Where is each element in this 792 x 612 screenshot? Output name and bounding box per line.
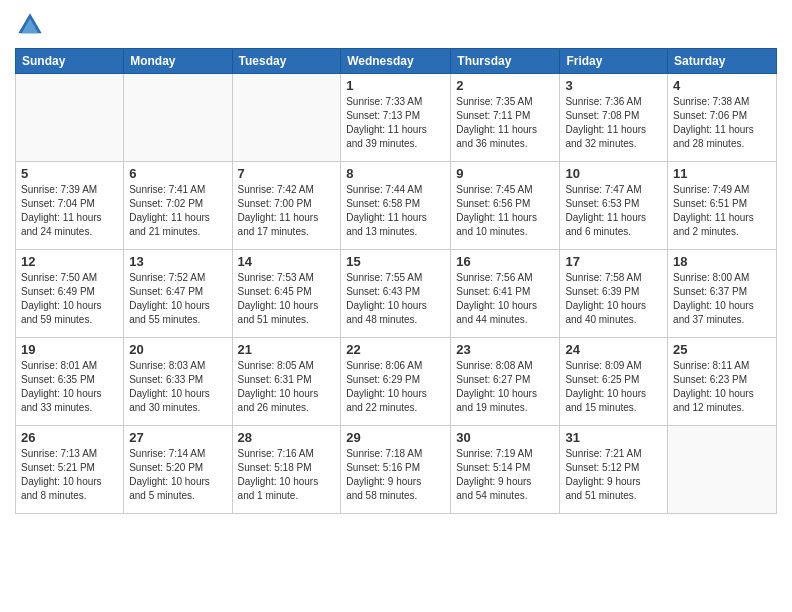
day-number: 17: [565, 254, 662, 269]
day-info: Sunrise: 7:38 AM Sunset: 7:06 PM Dayligh…: [673, 95, 771, 151]
day-cell: 10Sunrise: 7:47 AM Sunset: 6:53 PM Dayli…: [560, 162, 668, 250]
day-info: Sunrise: 8:11 AM Sunset: 6:23 PM Dayligh…: [673, 359, 771, 415]
logo-icon: [15, 10, 45, 40]
day-info: Sunrise: 7:45 AM Sunset: 6:56 PM Dayligh…: [456, 183, 554, 239]
day-info: Sunrise: 8:06 AM Sunset: 6:29 PM Dayligh…: [346, 359, 445, 415]
day-cell: [232, 74, 341, 162]
day-info: Sunrise: 8:09 AM Sunset: 6:25 PM Dayligh…: [565, 359, 662, 415]
day-cell: 3Sunrise: 7:36 AM Sunset: 7:08 PM Daylig…: [560, 74, 668, 162]
week-row-3: 12Sunrise: 7:50 AM Sunset: 6:49 PM Dayli…: [16, 250, 777, 338]
day-info: Sunrise: 7:16 AM Sunset: 5:18 PM Dayligh…: [238, 447, 336, 503]
day-info: Sunrise: 7:56 AM Sunset: 6:41 PM Dayligh…: [456, 271, 554, 327]
day-number: 1: [346, 78, 445, 93]
weekday-header-thursday: Thursday: [451, 49, 560, 74]
day-cell: [124, 74, 232, 162]
day-cell: 25Sunrise: 8:11 AM Sunset: 6:23 PM Dayli…: [668, 338, 777, 426]
day-number: 13: [129, 254, 226, 269]
day-cell: 13Sunrise: 7:52 AM Sunset: 6:47 PM Dayli…: [124, 250, 232, 338]
day-number: 4: [673, 78, 771, 93]
day-info: Sunrise: 7:47 AM Sunset: 6:53 PM Dayligh…: [565, 183, 662, 239]
header: [15, 10, 777, 40]
day-cell: 7Sunrise: 7:42 AM Sunset: 7:00 PM Daylig…: [232, 162, 341, 250]
day-cell: 29Sunrise: 7:18 AM Sunset: 5:16 PM Dayli…: [341, 426, 451, 514]
day-number: 11: [673, 166, 771, 181]
day-number: 8: [346, 166, 445, 181]
day-info: Sunrise: 7:13 AM Sunset: 5:21 PM Dayligh…: [21, 447, 118, 503]
day-cell: [16, 74, 124, 162]
day-info: Sunrise: 8:05 AM Sunset: 6:31 PM Dayligh…: [238, 359, 336, 415]
day-info: Sunrise: 8:03 AM Sunset: 6:33 PM Dayligh…: [129, 359, 226, 415]
weekday-header-row: SundayMondayTuesdayWednesdayThursdayFrid…: [16, 49, 777, 74]
day-cell: 9Sunrise: 7:45 AM Sunset: 6:56 PM Daylig…: [451, 162, 560, 250]
weekday-header-wednesday: Wednesday: [341, 49, 451, 74]
day-cell: 20Sunrise: 8:03 AM Sunset: 6:33 PM Dayli…: [124, 338, 232, 426]
day-info: Sunrise: 7:14 AM Sunset: 5:20 PM Dayligh…: [129, 447, 226, 503]
day-number: 10: [565, 166, 662, 181]
day-cell: 31Sunrise: 7:21 AM Sunset: 5:12 PM Dayli…: [560, 426, 668, 514]
day-info: Sunrise: 7:53 AM Sunset: 6:45 PM Dayligh…: [238, 271, 336, 327]
day-cell: 12Sunrise: 7:50 AM Sunset: 6:49 PM Dayli…: [16, 250, 124, 338]
day-info: Sunrise: 7:33 AM Sunset: 7:13 PM Dayligh…: [346, 95, 445, 151]
day-number: 19: [21, 342, 118, 357]
day-number: 31: [565, 430, 662, 445]
day-cell: 14Sunrise: 7:53 AM Sunset: 6:45 PM Dayli…: [232, 250, 341, 338]
week-row-4: 19Sunrise: 8:01 AM Sunset: 6:35 PM Dayli…: [16, 338, 777, 426]
day-info: Sunrise: 7:52 AM Sunset: 6:47 PM Dayligh…: [129, 271, 226, 327]
day-info: Sunrise: 7:42 AM Sunset: 7:00 PM Dayligh…: [238, 183, 336, 239]
day-info: Sunrise: 7:36 AM Sunset: 7:08 PM Dayligh…: [565, 95, 662, 151]
weekday-header-monday: Monday: [124, 49, 232, 74]
day-info: Sunrise: 7:44 AM Sunset: 6:58 PM Dayligh…: [346, 183, 445, 239]
day-info: Sunrise: 8:01 AM Sunset: 6:35 PM Dayligh…: [21, 359, 118, 415]
day-number: 5: [21, 166, 118, 181]
day-cell: [668, 426, 777, 514]
weekday-header-saturday: Saturday: [668, 49, 777, 74]
day-info: Sunrise: 7:18 AM Sunset: 5:16 PM Dayligh…: [346, 447, 445, 503]
day-number: 22: [346, 342, 445, 357]
day-number: 23: [456, 342, 554, 357]
main-container: SundayMondayTuesdayWednesdayThursdayFrid…: [0, 0, 792, 612]
day-cell: 6Sunrise: 7:41 AM Sunset: 7:02 PM Daylig…: [124, 162, 232, 250]
day-info: Sunrise: 7:35 AM Sunset: 7:11 PM Dayligh…: [456, 95, 554, 151]
day-cell: 30Sunrise: 7:19 AM Sunset: 5:14 PM Dayli…: [451, 426, 560, 514]
day-cell: 27Sunrise: 7:14 AM Sunset: 5:20 PM Dayli…: [124, 426, 232, 514]
week-row-5: 26Sunrise: 7:13 AM Sunset: 5:21 PM Dayli…: [16, 426, 777, 514]
day-number: 26: [21, 430, 118, 445]
day-number: 15: [346, 254, 445, 269]
day-number: 9: [456, 166, 554, 181]
day-number: 6: [129, 166, 226, 181]
day-cell: 23Sunrise: 8:08 AM Sunset: 6:27 PM Dayli…: [451, 338, 560, 426]
day-cell: 16Sunrise: 7:56 AM Sunset: 6:41 PM Dayli…: [451, 250, 560, 338]
day-number: 25: [673, 342, 771, 357]
day-cell: 18Sunrise: 8:00 AM Sunset: 6:37 PM Dayli…: [668, 250, 777, 338]
day-info: Sunrise: 7:55 AM Sunset: 6:43 PM Dayligh…: [346, 271, 445, 327]
day-cell: 19Sunrise: 8:01 AM Sunset: 6:35 PM Dayli…: [16, 338, 124, 426]
day-cell: 8Sunrise: 7:44 AM Sunset: 6:58 PM Daylig…: [341, 162, 451, 250]
day-cell: 21Sunrise: 8:05 AM Sunset: 6:31 PM Dayli…: [232, 338, 341, 426]
day-number: 18: [673, 254, 771, 269]
day-number: 30: [456, 430, 554, 445]
day-cell: 2Sunrise: 7:35 AM Sunset: 7:11 PM Daylig…: [451, 74, 560, 162]
week-row-1: 1Sunrise: 7:33 AM Sunset: 7:13 PM Daylig…: [16, 74, 777, 162]
day-number: 12: [21, 254, 118, 269]
day-number: 27: [129, 430, 226, 445]
day-cell: 24Sunrise: 8:09 AM Sunset: 6:25 PM Dayli…: [560, 338, 668, 426]
day-number: 20: [129, 342, 226, 357]
day-cell: 11Sunrise: 7:49 AM Sunset: 6:51 PM Dayli…: [668, 162, 777, 250]
day-info: Sunrise: 8:00 AM Sunset: 6:37 PM Dayligh…: [673, 271, 771, 327]
day-info: Sunrise: 7:39 AM Sunset: 7:04 PM Dayligh…: [21, 183, 118, 239]
day-info: Sunrise: 8:08 AM Sunset: 6:27 PM Dayligh…: [456, 359, 554, 415]
day-number: 21: [238, 342, 336, 357]
day-cell: 17Sunrise: 7:58 AM Sunset: 6:39 PM Dayli…: [560, 250, 668, 338]
day-cell: 4Sunrise: 7:38 AM Sunset: 7:06 PM Daylig…: [668, 74, 777, 162]
day-cell: 26Sunrise: 7:13 AM Sunset: 5:21 PM Dayli…: [16, 426, 124, 514]
weekday-header-tuesday: Tuesday: [232, 49, 341, 74]
day-cell: 15Sunrise: 7:55 AM Sunset: 6:43 PM Dayli…: [341, 250, 451, 338]
day-number: 16: [456, 254, 554, 269]
day-info: Sunrise: 7:21 AM Sunset: 5:12 PM Dayligh…: [565, 447, 662, 503]
week-row-2: 5Sunrise: 7:39 AM Sunset: 7:04 PM Daylig…: [16, 162, 777, 250]
day-info: Sunrise: 7:58 AM Sunset: 6:39 PM Dayligh…: [565, 271, 662, 327]
logo: [15, 10, 49, 40]
day-number: 2: [456, 78, 554, 93]
day-cell: 22Sunrise: 8:06 AM Sunset: 6:29 PM Dayli…: [341, 338, 451, 426]
day-cell: 5Sunrise: 7:39 AM Sunset: 7:04 PM Daylig…: [16, 162, 124, 250]
